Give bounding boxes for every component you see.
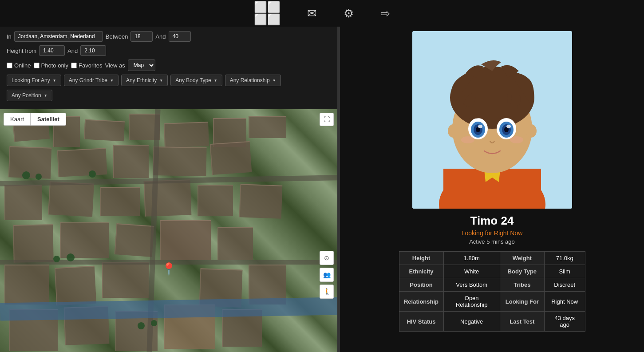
favorites-checkbox[interactable]	[71, 63, 77, 68]
stat-label: Ethnicity	[399, 265, 443, 278]
building-20	[60, 222, 109, 258]
looking-for-dropdown[interactable]: Looking For Any	[7, 75, 61, 86]
stat-value: Open Relationship	[443, 292, 500, 312]
stat-value: Vers Bottom	[443, 278, 500, 292]
profile-image	[412, 31, 572, 209]
right-panel: Timo 24 Looking for Right Now Active 5 m…	[340, 27, 644, 352]
profile-stat-row: HIV StatusNegativeLast Test43 days ago	[399, 312, 585, 332]
and-label-2: And	[67, 47, 78, 54]
building-10	[113, 145, 149, 178]
tree-1	[22, 171, 30, 179]
photo-only-checkbox-label[interactable]: Photo only	[34, 62, 68, 69]
profile-stat-row: EthnicityWhiteBody TypeSlim	[399, 265, 585, 278]
dropdowns-row-1: Looking For Any Any Grindr Tribe Any Eth…	[7, 75, 331, 86]
stat-label2: Last Test	[500, 312, 544, 332]
height-max-input[interactable]	[80, 45, 106, 56]
stat-value2: Slim	[544, 265, 585, 278]
svg-point-8	[526, 124, 537, 138]
ethnicity-dropdown[interactable]: Any Ethnicity	[121, 75, 168, 86]
tree-6	[138, 322, 145, 329]
and-label-1: And	[155, 33, 166, 40]
profile-name: Timo 24	[470, 214, 514, 228]
main-content: In Between And Height from And Online	[0, 27, 644, 352]
relationship-label: Any Relationship	[230, 77, 270, 83]
map-person-button[interactable]: 🚶	[320, 285, 334, 299]
location-input[interactable]	[14, 31, 103, 42]
building-12	[210, 141, 252, 175]
age-max-input[interactable]	[169, 31, 191, 42]
map-area[interactable]: 📍 Kaart Satelliet ⛶ ⊙ 👥 🚶	[0, 109, 337, 352]
in-label: In	[7, 33, 12, 40]
online-checkbox-label[interactable]: Online	[7, 62, 31, 69]
satelliet-button[interactable]: Satelliet	[31, 113, 66, 126]
age-min-input[interactable]	[130, 31, 153, 42]
view-as-select[interactable]: Map List Grid	[128, 59, 155, 71]
stat-label: Height	[399, 252, 443, 265]
kaart-button[interactable]: Kaart	[4, 113, 31, 126]
photo-only-checkbox[interactable]	[34, 63, 40, 68]
ethnicity-label: Any Ethnicity	[126, 77, 157, 83]
stat-value2: 71.0kg	[544, 252, 585, 265]
profile-active-time: Active 5 mins ago	[469, 238, 515, 245]
building-22	[160, 220, 211, 260]
favorites-checkbox-label[interactable]: Favorites	[71, 62, 102, 69]
building-25	[55, 266, 96, 306]
map-people-button[interactable]: 👥	[320, 268, 334, 282]
position-dropdown[interactable]: Any Position	[7, 90, 52, 101]
building-11	[153, 146, 206, 176]
tree-5	[67, 253, 75, 261]
height-label: Height from	[7, 47, 36, 54]
relationship-dropdown[interactable]: Any Relationship	[225, 75, 281, 86]
svg-point-20	[510, 136, 523, 143]
tribe-dropdown[interactable]: Any Grindr Tribe	[64, 75, 119, 86]
stat-label2: Looking For	[500, 292, 544, 312]
building-9	[57, 148, 107, 177]
location-age-row: In Between And	[7, 31, 331, 42]
tree-4	[53, 256, 60, 262]
stat-value: White	[443, 265, 500, 278]
height-row: Height from And	[7, 45, 331, 56]
tribe-label: Any Grindr Tribe	[69, 77, 107, 83]
profile-stat-row: PositionVers BottomTribesDiscreet	[399, 278, 585, 292]
stat-value2: Discreet	[544, 278, 585, 292]
svg-point-18	[506, 125, 511, 128]
stat-label: Position	[399, 278, 443, 292]
building-13	[4, 185, 42, 220]
building-14	[48, 181, 94, 217]
stat-value2: Right Now	[544, 292, 585, 312]
stat-label: HIV Status	[399, 312, 443, 332]
fullscreen-button[interactable]: ⛶	[320, 113, 334, 126]
stat-label2: Tribes	[500, 278, 544, 292]
building-16	[144, 179, 192, 217]
tree-2	[36, 174, 42, 180]
photo-only-label: Photo only	[41, 62, 68, 69]
body-type-label: Any Body Type	[175, 77, 211, 83]
building-24	[4, 265, 49, 305]
profile-stats-table: Height1.80mWeight71.0kgEthnicityWhiteBod…	[399, 251, 585, 332]
view-as-label: View as	[105, 62, 125, 69]
between-label: Between	[106, 33, 128, 40]
online-checkbox[interactable]	[7, 63, 12, 68]
height-min-input[interactable]	[39, 45, 65, 56]
building-26	[102, 262, 149, 298]
top-navigation: ⬜⬜⬜⬜ ✉ ⚙ ⇨	[0, 0, 644, 27]
left-panel: In Between And Height from And Online	[0, 27, 337, 352]
building-7	[249, 116, 286, 138]
profile-avatar-svg	[412, 31, 572, 209]
settings-icon[interactable]: ⚙	[344, 7, 354, 20]
body-type-dropdown[interactable]: Any Body Type	[170, 75, 222, 86]
map-pin[interactable]: 📍	[161, 262, 177, 277]
building-18	[239, 184, 283, 218]
grid-icon[interactable]: ⬜⬜⬜⬜	[254, 1, 281, 26]
profile-status: Looking for Right Now	[462, 229, 523, 237]
mail-icon[interactable]: ✉	[307, 7, 317, 20]
building-3	[84, 119, 125, 142]
stat-value: 1.80m	[443, 252, 500, 265]
stat-label: Relationship	[399, 292, 443, 312]
options-row: Online Photo only Favorites View as Map …	[7, 59, 331, 71]
position-label: Any Position	[12, 92, 41, 99]
map-type-controls: Kaart Satelliet	[4, 113, 66, 126]
logout-icon[interactable]: ⇨	[380, 7, 390, 20]
map-compass-button[interactable]: ⊙	[320, 251, 334, 265]
stat-label2: Weight	[500, 252, 544, 265]
